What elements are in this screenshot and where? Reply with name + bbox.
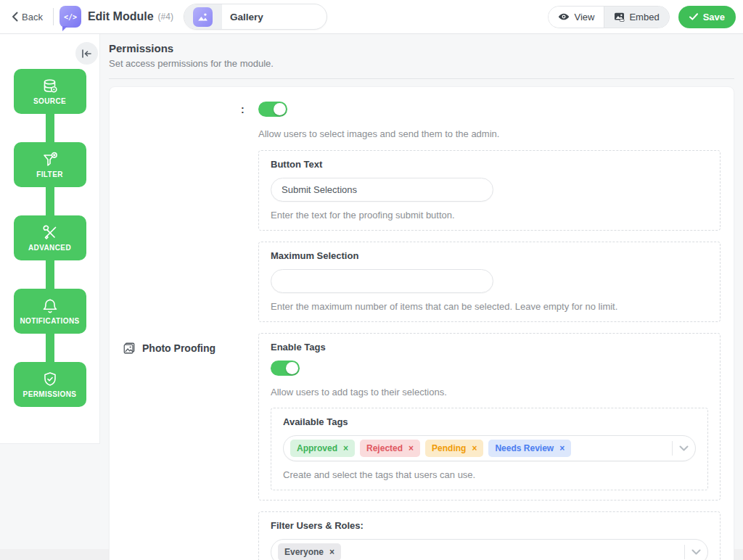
image-icon — [193, 7, 213, 27]
view-button[interactable]: View — [549, 7, 604, 28]
chevron-down-icon[interactable] — [691, 549, 701, 555]
remove-tag-icon[interactable]: × — [559, 444, 565, 453]
toggle-knob — [274, 103, 286, 115]
toggle-knob — [286, 362, 298, 374]
gallery-select-value: Gallery — [230, 12, 263, 22]
photo-stack-icon — [123, 342, 136, 355]
enable-tags-label: Enable Tags — [271, 342, 708, 353]
section-title: Permissions — [109, 42, 734, 54]
eye-icon — [558, 12, 570, 21]
remove-tag-icon[interactable]: × — [343, 444, 348, 453]
permissions-card: Photo Proofing : Allow users to select i… — [109, 86, 734, 560]
button-text-input[interactable] — [271, 178, 493, 202]
back-button[interactable]: Back — [7, 9, 47, 25]
section-subtitle: Set access permissions for the module. — [109, 58, 734, 69]
enable-tags-section: Enable Tags Allow users to add tags to t… — [258, 333, 721, 501]
step-connector — [46, 112, 54, 144]
available-tags-label: Available Tags — [283, 416, 696, 427]
remove-tag-icon[interactable]: × — [409, 444, 414, 453]
photo-proofing-label: Photo Proofing — [123, 102, 241, 560]
shield-check-icon — [41, 371, 59, 388]
chevron-down-icon[interactable] — [679, 445, 689, 451]
tag-chip: Pending × — [425, 440, 483, 457]
tag-chip: Rejected × — [360, 440, 420, 457]
select-divider — [684, 545, 685, 559]
available-tags-section: Available Tags Approved × — [271, 408, 708, 490]
filter-users-select[interactable]: Everyone × — [271, 539, 708, 560]
steps-sidebar: SOURCE FILTER ADVANCED — [0, 34, 100, 444]
embed-label: Embed — [629, 12, 659, 22]
collapse-sidebar-button[interactable] — [75, 42, 98, 65]
available-tags-help: Create and select the tags that users ca… — [283, 469, 696, 480]
button-text-label: Button Text — [271, 159, 708, 170]
tag-chip: Needs Review × — [488, 440, 571, 457]
tools-icon — [41, 224, 59, 242]
button-text-section: Button Text Enter the text for the proof… — [258, 150, 721, 231]
remove-tag-icon[interactable]: × — [472, 444, 477, 453]
user-chip: Everyone × — [278, 543, 341, 560]
main-panel: Permissions Set access permissions for t… — [100, 34, 743, 549]
sidebar-item-label: FILTER — [36, 170, 63, 178]
database-icon — [41, 78, 59, 95]
filter-users-label: Filter Users & Roles: — [271, 520, 708, 531]
view-label: View — [574, 12, 594, 22]
maximum-selection-label: Maximum Selection — [271, 250, 708, 261]
label-colon: : — [241, 102, 258, 560]
content-area: SOURCE FILTER ADVANCED — [0, 34, 743, 549]
page-title: Edit Module — [88, 10, 154, 23]
sidebar-item-notifications[interactable]: NOTIFICATIONS — [14, 289, 86, 334]
gallery-type-select[interactable]: Gallery — [184, 4, 327, 30]
user-chip-list: Everyone × — [278, 543, 681, 560]
back-label: Back — [22, 12, 43, 22]
topbar: Back </> Edit Module (#4) Gallery View E… — [0, 0, 743, 34]
check-icon — [689, 13, 698, 20]
maximum-selection-input[interactable] — [271, 269, 493, 293]
select-divider — [672, 441, 673, 456]
maximum-selection-help: Enter the maximum number of items that c… — [271, 301, 708, 312]
module-number: (#4) — [158, 12, 173, 22]
step-connector — [46, 332, 54, 363]
step-connector — [46, 186, 54, 217]
embed-image-icon — [614, 12, 625, 22]
sidebar-item-permissions[interactable]: PERMISSIONS — [14, 362, 86, 407]
sidebar-item-advanced[interactable]: ADVANCED — [14, 215, 86, 260]
code-bubble-icon: </> — [59, 6, 81, 28]
enable-tags-help: Allow users to add tags to their selecti… — [271, 387, 708, 398]
filter-icon — [41, 151, 59, 168]
chevron-left-icon — [12, 12, 18, 22]
save-button[interactable]: Save — [678, 6, 736, 28]
gallery-icon-segment — [184, 4, 222, 29]
save-label: Save — [703, 12, 725, 22]
enable-tags-toggle[interactable] — [271, 361, 300, 376]
photo-proofing-help: Allow users to select images and send th… — [258, 128, 721, 139]
filter-users-section: Filter Users & Roles: Everyone × — [258, 511, 721, 560]
sidebar-item-label: NOTIFICATIONS — [20, 317, 79, 325]
bell-icon — [41, 297, 59, 315]
collapse-left-icon — [81, 49, 92, 58]
sidebar-item-label: PERMISSIONS — [23, 390, 77, 398]
sidebar-item-source[interactable]: SOURCE — [14, 69, 86, 114]
section-header: Permissions Set access permissions for t… — [109, 34, 734, 79]
available-tags-select[interactable]: Approved × Rejected × — [283, 435, 696, 461]
button-text-help: Enter the text for the proofing submit b… — [271, 210, 708, 221]
embed-button[interactable]: Embed — [604, 7, 668, 28]
view-embed-group: View Embed — [548, 6, 669, 28]
sidebar-item-filter[interactable]: FILTER — [14, 142, 86, 187]
tag-chip-list: Approved × Rejected × — [290, 440, 669, 457]
photo-proofing-toggle[interactable] — [258, 102, 287, 117]
step-connector — [46, 259, 54, 290]
remove-user-icon[interactable]: × — [329, 548, 334, 556]
tag-chip: Approved × — [290, 440, 355, 457]
topbar-divider — [53, 8, 54, 25]
sidebar-item-label: ADVANCED — [28, 244, 71, 252]
maximum-selection-section: Maximum Selection Enter the maximum numb… — [258, 242, 721, 322]
sidebar-item-label: SOURCE — [33, 97, 66, 105]
